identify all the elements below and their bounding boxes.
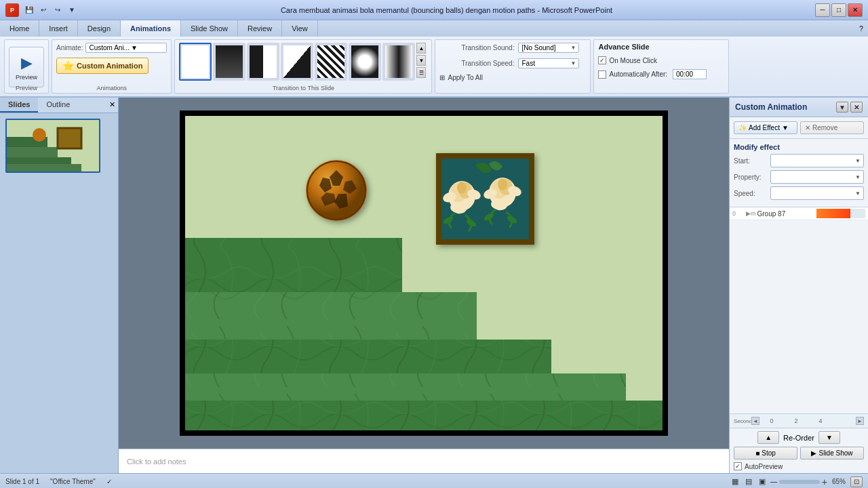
trans-scroll-more[interactable]: ☰ — [416, 67, 426, 78]
tab-animations[interactable]: Animations — [121, 20, 181, 37]
slide-content-area — [185, 116, 663, 430]
picture-frame[interactable] — [436, 153, 534, 245]
trans-scroll-up[interactable]: ▲ — [416, 43, 426, 54]
speed-select[interactable]: ▼ — [770, 186, 864, 200]
transition-speed-label: Transition Speed: — [439, 60, 514, 67]
modify-effect-section: Modify effect Start: ▼ Property: ▼ Speed… — [730, 139, 868, 207]
fit-slide-btn[interactable]: ⊡ — [850, 476, 863, 487]
on-mouse-click-checkbox[interactable] — [598, 56, 606, 64]
anim-panel-expand-btn[interactable]: ▼ — [836, 102, 848, 113]
ruler-scroll-right[interactable]: ► — [856, 417, 864, 425]
reorder-row: ▲ Re-Order ▼ — [734, 431, 864, 444]
undo-quick-btn[interactable]: ↩ — [37, 4, 50, 16]
reorder-up-button[interactable]: ▲ — [757, 431, 779, 444]
tab-review[interactable]: Review — [238, 20, 282, 37]
remove-button[interactable]: ✕ Remove — [800, 121, 864, 134]
transition-sound-row: Transition Sound: [No Sound] ▼ — [439, 43, 579, 53]
preview-button[interactable]: ▶ Preview — [9, 47, 44, 87]
auto-after-input[interactable] — [673, 69, 707, 79]
auto-after-checkbox[interactable] — [598, 70, 606, 79]
remove-label: Remove — [812, 124, 837, 131]
normal-view-btn[interactable]: ▦ — [730, 476, 741, 487]
slide-canvas[interactable] — [180, 110, 668, 436]
reorder-down-button[interactable]: ▼ — [818, 431, 840, 444]
stop-button[interactable]: ■ Stop — [734, 447, 797, 460]
transition-sound-select[interactable]: [No Sound] ▼ — [518, 43, 579, 53]
roses-svg — [441, 159, 529, 239]
ribbon: Home Insert Design Animations Slide Show… — [0, 20, 868, 98]
main-area: Slides Outline ✕ 1 — [0, 98, 868, 473]
trans-thumb-5[interactable] — [315, 43, 347, 81]
slides-tab[interactable]: Slides — [0, 98, 38, 113]
transition-speed-select[interactable]: Fast ▼ — [518, 58, 579, 68]
trans-thumb-3[interactable] — [247, 43, 279, 81]
add-remove-row: ✨ Add Effect ▼ ✕ Remove — [730, 117, 868, 139]
apply-all-row: ⊞ Apply To All — [439, 74, 483, 81]
soccer-ball-svg — [306, 160, 367, 221]
trans-scroll-down[interactable]: ▼ — [416, 55, 426, 66]
app-icon: P — [5, 3, 19, 17]
slide-sorter-btn[interactable]: ▤ — [743, 476, 754, 487]
apply-all-icon: ⊞ — [439, 74, 445, 81]
tab-slideshow[interactable]: Slide Show — [181, 20, 238, 37]
custom-anim-icon: ⭐ — [62, 60, 74, 71]
animate-value: Custom Ani... — [89, 44, 129, 52]
slideshow-view-btn[interactable]: ▣ — [757, 476, 768, 487]
ruler-end-buttons: ► — [856, 417, 864, 425]
trans-thumb-1[interactable] — [179, 43, 212, 81]
notes-area[interactable]: Click to add notes — [119, 449, 729, 473]
minimize-button[interactable]: ─ — [815, 3, 830, 17]
start-select[interactable]: ▼ — [770, 154, 864, 167]
ribbon-tab-bar: Home Insert Design Animations Slide Show… — [0, 20, 868, 37]
slide-thumb-content-1 — [7, 120, 99, 171]
property-label: Property: — [734, 174, 768, 181]
outline-tab[interactable]: Outline — [38, 98, 78, 113]
animate-dropdown[interactable]: Custom Ani... ▼ — [85, 43, 167, 53]
tab-design[interactable]: Design — [78, 20, 121, 37]
animation-footer: ▲ Re-Order ▼ ■ Stop ▶ Slide Show — [730, 428, 868, 473]
transition-scroll: ▲ ▼ ☰ — [416, 43, 426, 83]
preview-group: ▶ Preview Preview — [4, 39, 49, 94]
trans-thumb-4[interactable] — [281, 43, 313, 81]
restore-button[interactable]: □ — [831, 3, 846, 17]
tab-view[interactable]: View — [282, 20, 318, 37]
add-effect-button[interactable]: ✨ Add Effect ▼ — [734, 121, 797, 134]
redo-quick-btn[interactable]: ↪ — [52, 4, 64, 16]
trans-thumb-6[interactable] — [349, 43, 381, 81]
slide-thumbnail-1[interactable]: 1 — [5, 119, 100, 173]
animations-group-label: Animations — [52, 85, 171, 92]
ribbon-help-btn[interactable]: ? — [854, 20, 868, 37]
ruler-scroll-left[interactable]: ◄ — [751, 417, 760, 425]
add-effect-icon: ✨ — [738, 124, 747, 131]
custom-animation-button[interactable]: ⭐ Custom Animation — [56, 58, 149, 74]
customize-quick-btn[interactable]: ▼ — [66, 4, 78, 16]
animate-dropdown-arrow: ▼ — [131, 44, 138, 52]
on-mouse-click-row: On Mouse Click — [598, 56, 657, 64]
animate-label: Animate: — [56, 44, 83, 52]
trans-thumb-2[interactable] — [213, 43, 245, 81]
zoom-minus-btn[interactable]: ─ — [770, 476, 777, 487]
property-select[interactable]: ▼ — [770, 170, 864, 184]
ruler-num-0: 0 — [760, 418, 784, 424]
slideshow-icon: ▶ — [811, 449, 816, 457]
zoom-plus-btn[interactable]: + — [822, 476, 827, 487]
anim-bar-container — [816, 209, 865, 218]
sound-select-arrow: ▼ — [571, 45, 576, 51]
close-button[interactable]: ✕ — [848, 3, 863, 17]
autopreview-row: AutoPreview — [734, 462, 864, 470]
save-quick-btn[interactable]: 💾 — [23, 4, 35, 16]
tab-insert[interactable]: Insert — [39, 20, 78, 37]
tab-home[interactable]: Home — [0, 20, 39, 37]
panel-close-btn[interactable]: ✕ — [106, 98, 118, 113]
zoom-slider[interactable] — [779, 480, 820, 484]
autopreview-checkbox[interactable] — [734, 462, 742, 470]
svg-point-34 — [498, 178, 507, 190]
zoom-level: 65% — [832, 478, 846, 485]
soccer-ball[interactable] — [306, 160, 367, 221]
trans-thumb-7[interactable] — [382, 43, 415, 81]
anim-panel-close-btn[interactable]: ✕ — [850, 102, 863, 113]
slideshow-button[interactable]: ▶ Slide Show — [800, 447, 864, 460]
statusbar-right: ▦ ▤ ▣ ─ + 65% ⊡ — [730, 476, 863, 487]
animation-item-1[interactable]: 0 ▶m Group 87 — [730, 207, 868, 220]
apply-all-label[interactable]: Apply To All — [448, 74, 483, 81]
